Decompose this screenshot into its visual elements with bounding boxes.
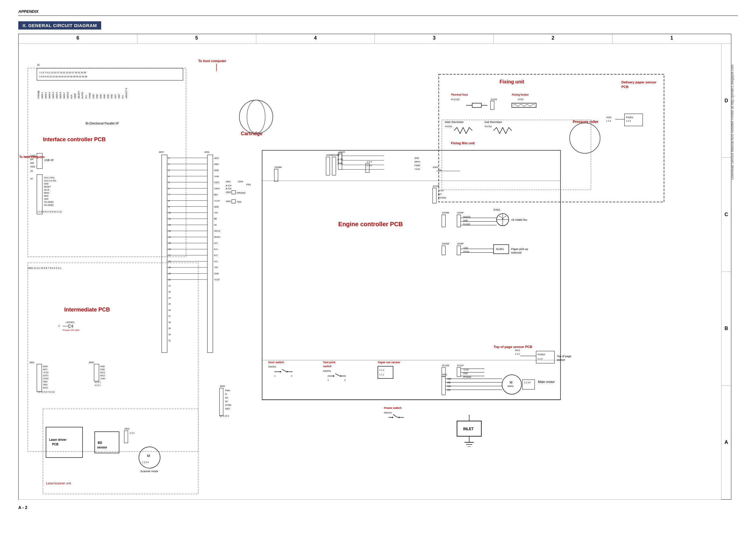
svg-text:J1: J1 [37, 63, 40, 66]
svg-text:GND: GND [214, 272, 219, 275]
svg-text:GND: GND [96, 94, 98, 99]
svg-text:DATA 8: DATA 8 [67, 92, 69, 99]
svg-text:23: 23 [169, 291, 171, 293]
svg-text:VG (GND): VG (GND) [44, 201, 54, 203]
svg-text:VDD: VDD [43, 384, 47, 386]
svg-text:2: 2 [291, 375, 292, 377]
svg-text:+5V: +5V [214, 212, 218, 214]
svg-text:GND: GND [225, 408, 230, 410]
thermal-fuse-label: Thermal fuse [451, 93, 468, 96]
circuit-diagram-svg: J1 1 3 5 7 9 11 13 15 17 19 21 23 25 27 … [18, 44, 721, 499]
svg-text:1/2  3  4  5  6: 1/2 3 4 5 6 [219, 415, 229, 417]
svg-text:4: 4 [169, 175, 170, 177]
svg-text:BD: BD [214, 218, 217, 220]
svg-text:PERP: PERP [74, 93, 76, 99]
inlet-label: INLET [463, 427, 474, 431]
appendix-header: APPENDIX [18, 9, 738, 16]
svg-text:nINT: nINT [114, 94, 117, 99]
svg-text:10: 10 [169, 212, 171, 214]
svg-text:J1025: J1025 [338, 151, 345, 153]
svg-text:+3.3V: +3.3V [214, 279, 220, 281]
power-on-led-label: Power ON LED [63, 329, 80, 332]
svg-text:GND: GND [107, 94, 109, 99]
svg-rect-0 [18, 44, 721, 499]
svg-text:J005: J005 [219, 385, 225, 388]
row-a: A [721, 386, 731, 499]
page: APPENDIX II. GENERAL CIRCUIT DIAGRAM 6 5… [0, 0, 756, 534]
svg-text:sensor: sensor [557, 358, 565, 361]
test-print-switch-label: Test print [323, 361, 335, 364]
svg-text:/SCLK: /SCLK [214, 230, 220, 232]
svg-text:28: 28 [169, 321, 171, 323]
svg-text:2: 2 [169, 163, 170, 165]
svg-text:M001: M001 [508, 385, 514, 388]
svg-text:PS401: PS401 [626, 116, 634, 119]
to-host-computer-left: To host computer [19, 155, 45, 159]
laser-scanner-unit-label: Laser/scanner unit [46, 482, 71, 485]
svg-point-282 [392, 417, 393, 418]
svg-text:14: 14 [169, 236, 171, 238]
svg-text:1  1  1: 1 1 1 [379, 369, 384, 371]
svg-text:1  2  3  4  5  6  7  8  9  10 : 1 2 3 4 5 6 7 8 9 10 11 12 [38, 211, 62, 213]
svg-text:N.C.: N.C. [214, 254, 218, 256]
svg-text:1  3  5  7  9  11  13  15  17 : 1 3 5 7 9 11 13 15 17 19 21 23 25 27 29 … [39, 71, 86, 74]
svg-text:2  3  4: 2 3 4 [367, 161, 372, 163]
section-title: II. GENERAL CIRCUIT DIAGRAM [18, 21, 101, 30]
engine-controller-pcb-label: Engine controller PCB [338, 221, 403, 227]
svg-text:6: 6 [169, 188, 170, 190]
svg-text:FSRD: FSRD [415, 165, 420, 166]
svg-text:25: 25 [169, 303, 171, 305]
svg-text:13: 13 [169, 230, 171, 232]
svg-text:5: 5 [169, 181, 170, 184]
col-1: 1 [612, 34, 731, 43]
fixing-unit-label: Fixing unit [500, 79, 525, 84]
svg-text:J203M: J203M [442, 212, 449, 214]
svg-text:+3.3V: +3.3V [415, 168, 420, 170]
svg-text:N.C.: N.C. [214, 260, 218, 263]
col-4: 4 [256, 34, 375, 43]
svg-text:VDD: VDD [44, 198, 48, 200]
svg-text:J3: J3 [30, 169, 33, 172]
svg-text:J411: J411 [515, 349, 521, 352]
svg-text:PCB: PCB [621, 85, 628, 89]
svg-text:4  3  2  1: 4 3 2 1 [95, 381, 101, 383]
door-switch-label: Door switch [268, 361, 284, 364]
scanner-motor-label: Scanner motor [141, 470, 158, 473]
svg-text:TRS: TRS [236, 201, 241, 203]
row-c: C [721, 158, 731, 271]
col-6: 6 [18, 34, 137, 43]
svg-text:2: 2 [58, 324, 60, 327]
svg-text:RESET: RESET [44, 186, 51, 188]
svg-text:4  3  2  1: 4 3 2 1 [95, 384, 101, 386]
svg-text:1 2 3: 1 2 3 [626, 120, 631, 122]
svg-text:Vcc2 (+3.3V): Vcc2 (+3.3V) [44, 180, 56, 182]
svg-text:J902  12  11  10  9  8  7  6  : J902 12 11 10 9 8 7 6 5 4 3 2 1 [28, 267, 62, 269]
svg-text:15: 15 [169, 242, 171, 244]
svg-text:GND: GND [214, 206, 219, 208]
svg-text:TH702: TH702 [484, 125, 492, 128]
svg-text:CNT0: CNT0 [214, 188, 219, 190]
svg-text:Laser driver: Laser driver [49, 438, 67, 442]
svg-text:DATA 1: DATA 1 [41, 92, 43, 99]
svg-text:J204M: J204M [442, 242, 449, 245]
svg-text:CNT1: CNT1 [43, 374, 48, 377]
svg-text:ACC: ACC [43, 369, 47, 370]
svg-text:SRTH: SRTH [415, 161, 420, 163]
svg-text:M: M [510, 381, 513, 384]
svg-text:N.C.: N.C. [214, 248, 218, 250]
svg-text:12: 12 [169, 224, 171, 226]
col-5: 5 [137, 34, 256, 43]
svg-text:/STRB: /STRB [225, 404, 231, 406]
svg-text:1  2  3: 1 2 3 [606, 120, 611, 122]
svg-point-265 [286, 371, 288, 372]
svg-text:1  1  1: 1 1 1 [379, 373, 384, 376]
interface-controller-pcb-label: Interface controller PCB [43, 137, 106, 142]
svg-text:GND: GND [463, 372, 468, 374]
svg-text:3: 3 [169, 169, 170, 171]
svg-text:BD: BD [98, 441, 102, 445]
svg-text:SC: SC [214, 224, 217, 226]
svg-text:DATA 2: DATA 2 [45, 92, 47, 99]
svg-text:J211M: J211M [442, 364, 449, 367]
svg-text:LED901: LED901 [66, 321, 75, 324]
svg-text:N/V: N/V [438, 193, 442, 195]
